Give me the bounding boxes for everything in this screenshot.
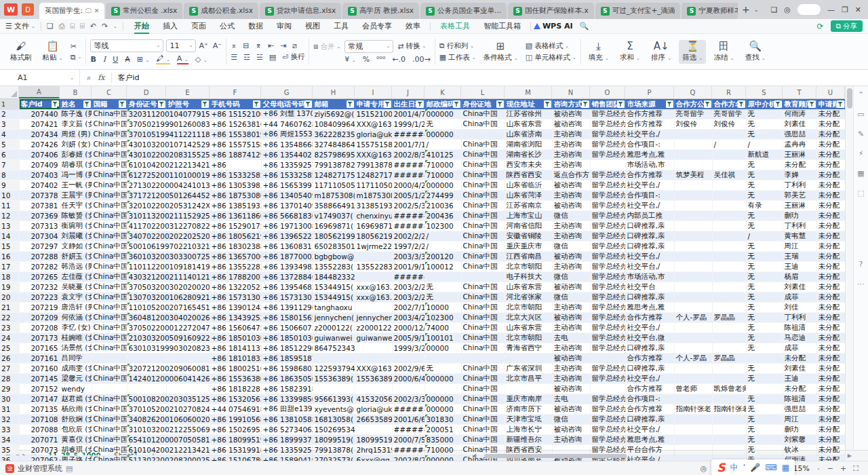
cell[interactable] <box>674 262 712 272</box>
cell[interactable]: +86 13220522 <box>210 282 261 292</box>
cell[interactable]: 无 <box>746 343 783 354</box>
cell[interactable]: 市场活动,市 <box>625 160 674 170</box>
cell[interactable]: 何雨涛 <box>783 109 816 119</box>
cell[interactable] <box>712 272 746 282</box>
cell[interactable]: 无 <box>746 364 783 374</box>
decrease-font-icon[interactable]: A⁻ <box>213 41 222 50</box>
row-number[interactable]: 18 <box>0 272 19 282</box>
cell[interactable]: China中国 <box>92 394 127 404</box>
cell[interactable]: 2002/8/31 <box>392 150 425 160</box>
column-header-D[interactable]: D <box>127 86 166 98</box>
cell[interactable]: +86 1354866895 <box>261 140 313 150</box>
cell[interactable]: 内部员工推 <box>625 211 674 221</box>
cell[interactable]: 冯一博 (男 <box>60 170 92 180</box>
cell[interactable]: gloria@uk( <box>355 404 392 415</box>
cell[interactable]: +86 1850103098 <box>261 333 313 343</box>
cell[interactable]: +86 1573130169 <box>261 292 313 303</box>
menu-tab-插入[interactable]: 插入 <box>156 19 184 34</box>
cell[interactable]: 合作方推荐 <box>625 354 674 364</box>
cell[interactable]: China中国 <box>461 303 505 313</box>
cell[interactable]: China中国 <box>461 343 505 354</box>
cell[interactable]: 赵君嫣 (女 <box>60 394 92 404</box>
column-header-O[interactable]: O <box>590 86 625 98</box>
header-cell-教育顾问[interactable]: 教育顾问 <box>783 99 816 109</box>
cell[interactable]: 刘妍 (女) <box>60 140 92 150</box>
row-number[interactable]: 17 <box>0 262 19 272</box>
cell[interactable]: China中国 <box>92 211 127 221</box>
cell[interactable]: 口碑推荐,亲 <box>625 221 674 231</box>
cell[interactable] <box>355 303 392 313</box>
cell[interactable]: 北京市朝阳 <box>505 262 552 272</box>
row-number[interactable]: 4 <box>0 130 19 140</box>
cell[interactable]: 10000 <box>425 303 461 313</box>
justify-icon[interactable]: ▤ <box>269 53 276 62</box>
cell[interactable]: 留学总经办 <box>590 211 625 221</box>
cell[interactable]: 天津市宝坻 <box>505 415 552 425</box>
conditional-format-button[interactable]: ⊞ 条件格式 ⌄ <box>480 40 521 64</box>
skin-icon[interactable]: ◎ <box>784 5 791 14</box>
cell[interactable]: 2003/2/2 <box>392 292 425 303</box>
cell[interactable]: 雅思考点,雅 <box>625 435 674 445</box>
column-header-C[interactable]: C <box>92 86 127 98</box>
cell[interactable]: +86 1354402198 <box>261 150 313 160</box>
cell[interactable]: 衡琬明 (女 <box>60 221 92 231</box>
row-number[interactable]: 12 <box>0 211 19 221</box>
cell[interactable]: 207147 <box>19 394 60 404</box>
cell[interactable]: 周煜 (男) <box>60 130 92 140</box>
cell[interactable]: 留学总经办 <box>590 292 625 303</box>
column-header-E[interactable]: E <box>166 86 210 98</box>
filter-dropdown-icon[interactable] <box>666 100 673 108</box>
cell[interactable] <box>590 160 625 170</box>
cell[interactable]: 丁利利 <box>783 180 816 191</box>
cell[interactable]: 社交平台,/ <box>625 323 674 333</box>
format-painter-button[interactable]: 🖌 格式刷 <box>7 40 35 64</box>
cell[interactable]: 周江 <box>783 415 816 425</box>
cell[interactable]: 合作方推荐 <box>625 119 674 130</box>
filter-dropdown-icon[interactable] <box>304 100 312 108</box>
cell[interactable]: 微信 <box>552 242 590 252</box>
cell[interactable]: +86 1391129694 <box>261 303 313 313</box>
cell[interactable]: 15344915( <box>313 292 355 303</box>
cell[interactable]: 207288 <box>19 252 60 262</box>
cell[interactable] <box>505 384 552 394</box>
cell[interactable]: 无 <box>746 313 783 323</box>
cell[interactable]: 杨眉 <box>783 272 816 282</box>
cell[interactable]: 180562199 <box>313 231 355 242</box>
cell[interactable]: 刘俊伶 <box>674 119 712 130</box>
filter-dropdown-icon[interactable] <box>347 100 354 108</box>
cell[interactable]: +86 1877000215 <box>261 252 313 262</box>
cell[interactable]: 山东省东营 <box>505 282 552 292</box>
cell[interactable]: 无 <box>746 303 783 313</box>
header-cell-咨询方式[interactable]: 咨询方式 <box>552 99 590 109</box>
cell[interactable]: China中国 <box>461 404 505 415</box>
cell[interactable] <box>674 211 712 221</box>
cell[interactable]: 山东省东营 <box>505 323 552 333</box>
cell[interactable]: +86 15606475 <box>210 323 261 333</box>
cell[interactable]: 200120 <box>425 252 461 262</box>
redo-icon[interactable]: ↷ <box>102 22 108 31</box>
cell[interactable]: 江苏省南京 <box>505 201 552 211</box>
cell[interactable]: 被动咨询 <box>552 119 590 130</box>
cell[interactable]: 207108 <box>19 415 60 425</box>
document-tab[interactable]: S常州公积金 .xlsx <box>106 3 182 19</box>
cell[interactable]: +86 15332585 <box>210 170 261 180</box>
cell[interactable]: 207165 <box>19 343 60 354</box>
cell[interactable]: 丁利利 <box>783 313 816 323</box>
file-menu[interactable]: ☰ 文件 ⌄ <box>5 21 35 31</box>
merge-button[interactable]: ⧈合并 ⌄ <box>313 42 340 52</box>
cell[interactable]: +86 18874129 <box>210 150 261 160</box>
cell[interactable]: China中国 <box>461 262 505 272</box>
header-cell-邮箱[interactable]: 邮箱 <box>313 99 355 109</box>
cell[interactable]: 100012 <box>425 262 461 272</box>
cell[interactable]: 北京市朝阳 <box>505 303 552 313</box>
horizontal-scrollbar[interactable]: ◀ ▶ <box>472 453 852 459</box>
cell[interactable]: 主动咨询 <box>552 150 590 160</box>
row-number[interactable]: 27 <box>0 364 19 374</box>
column-header-L[interactable]: L <box>461 86 505 98</box>
cell[interactable]: 2003/2/2 <box>392 282 425 292</box>
shapes-icon[interactable]: ⬚ <box>857 189 864 197</box>
cell[interactable]: 胡睿琪 (女 <box>60 445 92 455</box>
cell[interactable]: 山东省东营 <box>505 119 552 130</box>
sogou-logo-icon[interactable]: S <box>717 461 725 474</box>
cell[interactable]: 筑梦美程 <box>674 170 712 180</box>
